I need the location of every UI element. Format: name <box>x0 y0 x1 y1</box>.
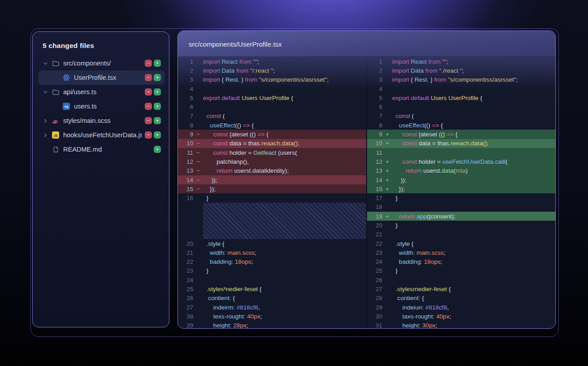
line-number: 9 <box>367 131 382 138</box>
diff-code-area: 1import React from "";2import Data from … <box>178 57 555 328</box>
line-number: 8 <box>367 122 382 129</box>
sass-icon <box>52 117 60 125</box>
diff-sign: − <box>193 167 203 174</box>
changed-files-panel: 5 changed files src/components/−+UserPro… <box>32 31 169 327</box>
folder-icon <box>52 59 60 67</box>
code-line: 10− const data = thas.reaach.data(); <box>178 139 366 148</box>
code-text: useEffect(() => { <box>203 122 366 129</box>
remove-badge[interactable]: − <box>145 131 152 139</box>
diff-pane-old[interactable]: 1import React from "";2import Data from … <box>178 57 367 328</box>
chevron-right-icon[interactable] <box>42 117 49 124</box>
code-line: 23 width: main.scss; <box>367 248 555 257</box>
line-number: 12 <box>367 158 382 165</box>
code-line: 19+ return app(ţconsent); <box>367 212 555 221</box>
diff-sign: − <box>193 140 203 147</box>
code-line: 14− )); <box>178 175 366 184</box>
chevron-down-icon[interactable] <box>42 60 49 67</box>
react-icon <box>62 74 70 82</box>
chevron-right-icon[interactable] <box>42 131 49 139</box>
line-number: 6 <box>367 104 382 110</box>
code-line: 14+ )); <box>367 175 555 184</box>
code-line: 28 contient: { <box>367 294 555 303</box>
line-number: 1 <box>178 58 193 65</box>
code-line: 12+ const holder = useFetchUserData.call… <box>367 157 555 166</box>
ts-icon: TS <box>62 102 70 110</box>
line-number: 10 <box>367 140 382 147</box>
line-number: 21 <box>367 231 382 238</box>
code-text: export default Users UserProfile { <box>203 95 366 101</box>
diff-file-title: src/components/UserProfile.tsx <box>189 40 282 48</box>
tree-item-api-users-ts[interactable]: api/users.ts−+ <box>38 85 164 99</box>
code-text: const ( <box>203 113 366 119</box>
code-line: 26 <box>367 275 555 284</box>
code-line: 25 } <box>367 266 555 275</box>
code-text: } <box>203 195 366 201</box>
diff-sign: + <box>382 158 392 165</box>
code-text: const data = thas.reaach.data(); <box>203 140 366 147</box>
file-label: users.ts <box>74 103 142 110</box>
line-number: 30 <box>367 313 382 320</box>
code-line: 18 <box>367 203 555 212</box>
add-badge[interactable]: + <box>154 146 161 153</box>
diff-sign: + <box>382 131 392 138</box>
diff-badges: −+ <box>145 131 161 139</box>
code-line: 29 height: 28px; <box>178 321 366 328</box>
code-text: }); <box>392 186 555 192</box>
line-number: 22 <box>367 240 382 247</box>
line-number: 25 <box>367 267 382 274</box>
code-text: height: 30px; <box>392 322 555 328</box>
diff-badges: −+ <box>145 74 161 81</box>
diff-pane-new[interactable]: 1import React from "";2import Data from … <box>367 57 555 328</box>
code-line: 27 indeirm: #818cf8, <box>178 303 366 312</box>
line-number: 22 <box>178 258 193 265</box>
file-label: README.md <box>63 146 151 153</box>
code-text: contient: { <box>392 295 555 301</box>
add-badge[interactable]: + <box>154 74 161 81</box>
svg-text:JS: JS <box>53 134 57 138</box>
code-text: }); <box>203 186 366 192</box>
code-line: 9+ const {ateset (() => { <box>367 130 555 139</box>
code-line: 13− return userst.datalldentity); <box>178 166 366 175</box>
tree-item-styles-main-scss[interactable]: styles/main.scss−+ <box>38 113 164 128</box>
code-text: useEffect(() => { <box>392 122 555 129</box>
code-text: const holder = Getfeact (users( <box>203 149 366 156</box>
add-badge[interactable]: + <box>154 60 161 67</box>
file-label: styles/main.scss <box>63 117 142 124</box>
diff-sign: − <box>193 149 203 156</box>
line-number: 24 <box>178 277 193 283</box>
line-number: 3 <box>178 76 193 83</box>
code-line: 15+ }); <box>367 184 555 193</box>
code-line: 3import { Rest. } from "s/componentiss/a… <box>367 75 555 84</box>
code-line: 20 .style { <box>178 239 366 248</box>
line-number: 21 <box>178 249 193 256</box>
add-badge[interactable]: + <box>154 117 161 124</box>
add-badge[interactable]: + <box>154 131 161 139</box>
code-line: 11− const holder = Getfeact (users( <box>178 148 366 157</box>
code-text: } <box>392 195 555 201</box>
tree-item-readme-md[interactable]: README.md+ <box>38 142 164 157</box>
add-badge[interactable]: + <box>154 103 161 110</box>
code-line: 24 badding: 18ops; <box>367 257 555 266</box>
code-text: import { Rest. } from "s/componentiss/as… <box>392 76 555 83</box>
line-number: 2 <box>178 67 193 74</box>
tree-item-hooks-usefetchuserdata-js[interactable]: JShooks/useFetchUserData.js−+ <box>38 128 164 142</box>
code-line: 26 contient: { <box>178 294 366 303</box>
tree-item-userprofile-tsx[interactable]: UserProfile.tsx−+ <box>38 70 164 85</box>
code-text: contient: { <box>203 295 366 301</box>
code-text: )); <box>203 177 366 183</box>
code-text: patchlanp(), <box>203 158 366 165</box>
diff-sign: − <box>193 177 203 183</box>
tree-item-src-components[interactable]: src/components/−+ <box>38 56 164 70</box>
remove-badge[interactable]: − <box>145 117 152 124</box>
remove-badge[interactable]: − <box>145 74 152 81</box>
diff-sign: + <box>382 167 392 174</box>
changed-files-title: 5 changed files <box>43 42 169 50</box>
remove-badge[interactable]: − <box>145 88 152 96</box>
remove-badge[interactable]: − <box>145 103 152 110</box>
chevron-down-icon[interactable] <box>42 88 49 96</box>
code-line: 9− const {ateset (() => { <box>178 130 366 139</box>
remove-badge[interactable]: − <box>145 60 152 67</box>
add-badge[interactable]: + <box>154 88 161 96</box>
tree-item-users-ts[interactable]: TSusers.ts−+ <box>38 99 164 113</box>
line-number: 7 <box>178 113 193 119</box>
